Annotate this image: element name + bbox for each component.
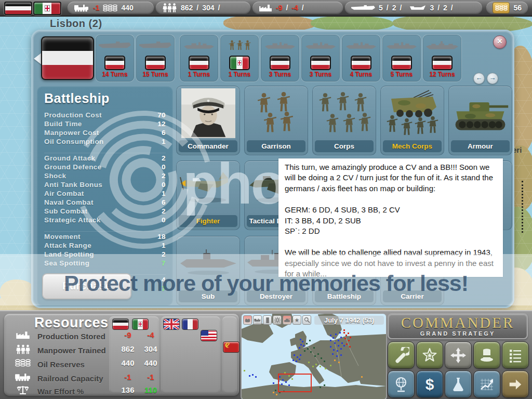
italy-flag-icon: [229, 56, 250, 70]
world-view-button[interactable]: [388, 370, 415, 398]
carrier-icon: [136, 37, 175, 53]
tab-build-queue-1[interactable]: 14 Turns: [95, 34, 135, 82]
scales-icon: [12, 385, 33, 395]
usa-flag-button[interactable]: [201, 330, 217, 341]
honors-button[interactable]: [416, 341, 443, 369]
unit-label: Fighter: [179, 215, 237, 227]
note-paragraph: This turn, we amazingly produce a CV and…: [285, 162, 497, 194]
minimap-map: [242, 314, 386, 399]
unit-card-sub[interactable]: Sub: [176, 236, 240, 305]
rail-toggle-icon[interactable]: [253, 315, 262, 325]
economy-button[interactable]: $: [416, 370, 443, 398]
sub-art: [178, 238, 238, 288]
tab-turns: 4 Turns: [342, 71, 380, 78]
cloud-toggle-icon[interactable]: [243, 315, 252, 325]
unit-card-armour[interactable]: Armour: [448, 86, 512, 155]
reports-button[interactable]: [502, 341, 529, 369]
germany-flag-icon: [432, 56, 453, 70]
tab-build-queue-2[interactable]: 15 Turns: [136, 34, 175, 82]
tab-build-queue-5[interactable]: 3 Turns: [260, 34, 300, 82]
france-flag-button[interactable]: [182, 318, 198, 330]
stat-row: Ground Defence0: [44, 163, 166, 171]
page-prev-icon[interactable]: [473, 73, 485, 84]
destroyer-icon: [261, 37, 299, 53]
corps-art: [314, 88, 374, 138]
slash: /: [218, 4, 220, 12]
tab-turns: 14 Turns: [96, 71, 134, 78]
zoom-toggle-icon[interactable]: [302, 315, 311, 325]
close-icon[interactable]: [493, 35, 507, 49]
tab-build-queue-3[interactable]: 1 Turns: [179, 34, 219, 82]
unit-card-commander[interactable]: Commander: [176, 86, 240, 155]
stat-row: Build Time12: [44, 119, 166, 128]
selected-nation-flag[interactable]: [41, 36, 94, 80]
map-border-line: [522, 181, 523, 233]
purchase-button[interactable]: Purchase: [42, 273, 131, 299]
stat-row: Production Cost70: [44, 111, 166, 119]
slash: /: [437, 4, 440, 12]
dollar-icon: $: [425, 377, 434, 392]
unit-card-garrison[interactable]: Garrison: [244, 86, 308, 155]
destroyer-icon: [180, 37, 218, 53]
production-group: -9 / -4 /: [252, 2, 343, 14]
resources-title: Resources: [34, 315, 109, 331]
germany-flag-icon: [270, 56, 290, 70]
stat-row: Attack Range1: [44, 241, 166, 250]
italy-flag-button[interactable]: [33, 2, 61, 15]
annotation-note: This turn, we amazingly produce a CV and…: [278, 158, 503, 277]
unit-label: Sub: [179, 290, 237, 302]
production-value-1: -9: [276, 4, 282, 12]
unit-card-corps[interactable]: Corps: [312, 86, 376, 155]
options-button[interactable]: [388, 341, 415, 369]
oil-icon: [103, 4, 117, 12]
flask-icon: [451, 377, 466, 392]
minimap[interactable]: ★ July 7 1942 (53): [241, 313, 387, 399]
page-next-icon[interactable]: [487, 73, 498, 84]
transports-value-2: 2: [443, 4, 447, 12]
tab-turns: 1 Turns: [220, 71, 259, 78]
manpower-group: 862 / 304 /: [156, 2, 250, 14]
research-button[interactable]: [445, 370, 472, 398]
statistics-button[interactable]: [473, 370, 500, 398]
italy-flag-button[interactable]: [132, 318, 149, 330]
tophat-icon: [479, 348, 495, 363]
tab-build-queue-6[interactable]: 3 Turns: [301, 34, 340, 82]
move-mode-button[interactable]: [445, 341, 472, 369]
stat-row: Sub Combat2: [44, 207, 166, 216]
diplomacy-button[interactable]: [473, 341, 500, 369]
weather-toggle-icon[interactable]: [273, 315, 282, 325]
convoy-group: 56: [486, 2, 528, 14]
stat-row: Air Combat1: [44, 189, 166, 198]
ussr-panel: [222, 316, 237, 393]
tab-build-queue-4[interactable]: 1 Turns: [220, 34, 259, 82]
mech-corps-art: [382, 88, 442, 138]
unit-label: Battleship: [315, 290, 374, 302]
unit-card-fighter[interactable]: Fighter: [176, 161, 240, 230]
note-fleet-line: IT: 3 BB, 4 DD, 2 SUB: [285, 216, 497, 226]
germany-flag-button[interactable]: [4, 2, 32, 15]
end-turn-button[interactable]: [502, 370, 529, 398]
train-icon: [12, 373, 33, 381]
tab-build-queue-8[interactable]: 5 Turns: [382, 34, 421, 82]
warships-value-1: 5: [379, 4, 383, 12]
uk-flag-button[interactable]: [163, 318, 180, 330]
unit-card-mech-corps[interactable]: Mech Corps: [380, 86, 444, 155]
oil-icon: [12, 358, 33, 367]
tab-build-queue-9[interactable]: 12 Turns: [422, 34, 462, 82]
chart-icon: [479, 377, 495, 392]
tab-turns: 3 Turns: [261, 71, 299, 78]
germany-flag-button[interactable]: [112, 318, 129, 330]
medal-toggle-icon[interactable]: ★: [292, 315, 301, 325]
oil-value: 440: [121, 4, 133, 12]
tab-turns: 15 Turns: [136, 71, 175, 78]
ussr-flag-button[interactable]: [223, 341, 240, 353]
tab-build-queue-7[interactable]: 4 Turns: [341, 34, 381, 82]
germany-flag-icon: [104, 56, 125, 70]
factory-icon: [12, 330, 33, 339]
units-toggle-icon[interactable]: [283, 315, 291, 325]
germany-flag-icon: [310, 56, 331, 70]
game-logo: COMMANDER GRAND STRATEGY: [388, 313, 528, 339]
unit-stats-panel: Battleship Production Cost70 Build Time1…: [37, 86, 173, 305]
flag-toggle-icon[interactable]: [263, 315, 272, 325]
commander-portrait: [178, 88, 238, 138]
